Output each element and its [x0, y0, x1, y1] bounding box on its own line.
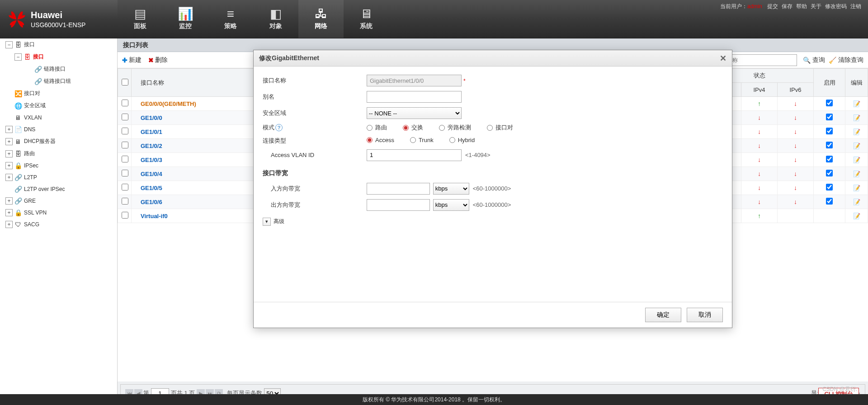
- mode-label: 模式?: [263, 124, 367, 132]
- tree-icon: 📄: [14, 126, 22, 133]
- help-icon[interactable]: ?: [275, 124, 283, 131]
- bw-out-label: 出方向带宽: [263, 201, 367, 209]
- bw-section-title: 接口带宽: [263, 169, 723, 177]
- toplink-注销[interactable]: 注销: [850, 3, 861, 10]
- expand-icon[interactable]: +: [5, 126, 13, 133]
- model-text: USG6000V1-ENSP: [31, 21, 85, 29]
- tree-SACG[interactable]: +🛡SACG: [0, 219, 117, 230]
- edit-interface-modal: 修改GigabitEthernet ✕ 接口名称 * 别名 安全区域 -- NO…: [253, 50, 732, 328]
- tree-IPSec[interactable]: +🔒IPSec: [0, 160, 117, 172]
- expand-icon[interactable]: +: [5, 174, 13, 181]
- radio-交换[interactable]: 交换: [403, 124, 423, 132]
- tree-icon: 🔗: [14, 197, 22, 205]
- advanced-toggle[interactable]: ▾ 高级: [263, 218, 723, 226]
- expand-icon[interactable]: +: [5, 150, 13, 157]
- alias-input[interactable]: [367, 91, 462, 103]
- tree-接口对[interactable]: 🔀接口对: [0, 87, 117, 100]
- expand-icon[interactable]: −: [5, 41, 13, 48]
- tree-icon: 🗄: [14, 150, 22, 157]
- topnav-策略[interactable]: ≡策略: [208, 0, 253, 38]
- bw-out-unit[interactable]: kbps: [433, 199, 469, 211]
- radio-旁路检测[interactable]: 旁路检测: [439, 124, 471, 132]
- expand-icon[interactable]: +: [5, 138, 13, 145]
- alias-label: 别名: [263, 93, 367, 101]
- topnav-对象[interactable]: ◧对象: [253, 0, 298, 38]
- tree-icon: 🔗: [14, 174, 22, 181]
- tree-icon: 🛡: [14, 221, 22, 228]
- if-name-label: 接口名称: [263, 76, 367, 85]
- tree-L2TP[interactable]: +🔗L2TP: [0, 172, 117, 183]
- expand-icon[interactable]: +: [5, 162, 13, 169]
- toplink-关于[interactable]: 关于: [811, 3, 821, 10]
- tree-路由[interactable]: +🗄路由: [0, 148, 117, 160]
- nav-icon: 🖧: [315, 8, 327, 20]
- current-user-label: 当前用户：: [720, 3, 747, 10]
- current-user: admin: [747, 3, 762, 10]
- nav-icon: ▤: [134, 8, 146, 20]
- radio-路由[interactable]: 路由: [367, 124, 387, 132]
- tree-icon: 🌐: [14, 102, 22, 110]
- topnav-面板[interactable]: ▤面板: [118, 0, 163, 38]
- sidebar: −🗄接口−🗄接口🔗链路接口🔗链路接口组🔀接口对🌐安全区域🖥VXLAN+📄DNS+…: [0, 38, 118, 405]
- modal-close-button[interactable]: ✕: [720, 53, 726, 63]
- radio-Hybrid[interactable]: Hybrid: [449, 137, 475, 143]
- watermark: CSDN @君衍.⠀: [822, 386, 861, 393]
- toplink-帮助[interactable]: 帮助: [796, 3, 807, 10]
- topnav-网络[interactable]: 🖧网络: [298, 0, 344, 38]
- bw-in-input[interactable]: [367, 183, 430, 195]
- nav-icon: ≡: [227, 8, 234, 20]
- nav-icon: 📊: [178, 8, 193, 20]
- tree-icon: 🔀: [14, 90, 22, 97]
- tree-接口[interactable]: −🗄接口: [0, 51, 117, 63]
- zone-select[interactable]: -- NONE --: [367, 107, 462, 119]
- expand-icon[interactable]: −: [14, 53, 22, 61]
- tree-L2TP over IPSec[interactable]: 🔗L2TP over IPSec: [0, 183, 117, 195]
- expand-icon[interactable]: +: [5, 209, 13, 216]
- bw-in-unit[interactable]: kbps: [433, 183, 469, 195]
- top-links: 当前用户：admin 提交保存帮助关于修改密码注销: [720, 3, 861, 10]
- chevron-down-icon: ▾: [263, 218, 271, 226]
- brand-text: Huawei: [31, 9, 85, 21]
- tree-icon: 🔗: [34, 66, 42, 73]
- modal-mask: 修改GigabitEthernet ✕ 接口名称 * 别名 安全区域 -- NO…: [118, 38, 868, 394]
- modal-title-bar: 修改GigabitEthernet ✕: [254, 50, 732, 67]
- radio-Access[interactable]: Access: [367, 137, 394, 143]
- expand-icon[interactable]: +: [5, 221, 13, 228]
- radio-Trunk[interactable]: Trunk: [410, 137, 434, 143]
- toplink-保存[interactable]: 保存: [782, 3, 793, 10]
- expand-icon[interactable]: +: [5, 197, 13, 205]
- topnav-监控[interactable]: 📊监控: [163, 0, 208, 38]
- nav-icon: ◧: [270, 8, 282, 20]
- huawei-logo-icon: [7, 9, 27, 29]
- tree-VXLAN[interactable]: 🖥VXLAN: [0, 112, 117, 124]
- tree-icon: 🗄: [14, 41, 22, 48]
- conn-radio-group: AccessTrunkHybrid: [367, 137, 491, 144]
- tree-SSL VPN[interactable]: +🔒SSL VPN: [0, 207, 117, 219]
- bw-in-label: 入方向带宽: [263, 185, 367, 193]
- tree-icon: 🔒: [14, 162, 22, 169]
- tree-GRE[interactable]: +🔗GRE: [0, 195, 117, 207]
- conn-label: 连接类型: [263, 137, 367, 145]
- toplink-提交[interactable]: 提交: [767, 3, 778, 10]
- tree-接口[interactable]: −🗄接口: [0, 38, 117, 51]
- vlan-input[interactable]: [367, 149, 462, 161]
- radio-接口对[interactable]: 接口对: [487, 124, 513, 132]
- tree-链路接口[interactable]: 🔗链路接口: [0, 63, 117, 75]
- tree-icon: 🗄: [23, 53, 31, 61]
- ok-button[interactable]: 确定: [645, 308, 681, 322]
- tree-DNS[interactable]: +📄DNS: [0, 124, 117, 135]
- cancel-button[interactable]: 取消: [687, 308, 723, 322]
- zone-label: 安全区域: [263, 109, 367, 117]
- mode-radio-group: 路由交换旁路检测接口对: [367, 124, 529, 132]
- topnav-系统[interactable]: 🖥系统: [344, 0, 389, 38]
- bw-out-input[interactable]: [367, 199, 430, 211]
- nav-icon: 🖥: [360, 8, 373, 20]
- toplink-修改密码[interactable]: 修改密码: [825, 3, 847, 10]
- if-name-input: [367, 75, 462, 86]
- tree-链路接口组[interactable]: 🔗链路接口组: [0, 75, 117, 87]
- footer: 版权所有 © 华为技术有限公司2014-2018 。保留一切权利。: [0, 394, 868, 405]
- top-bar: Huawei USG6000V1-ENSP ▤面板📊监控≡策略◧对象🖧网络🖥系统…: [0, 0, 868, 38]
- tree-icon: 🔗: [34, 78, 42, 85]
- tree-DHCP服务器[interactable]: +🖥DHCP服务器: [0, 135, 117, 148]
- tree-安全区域[interactable]: 🌐安全区域: [0, 100, 117, 112]
